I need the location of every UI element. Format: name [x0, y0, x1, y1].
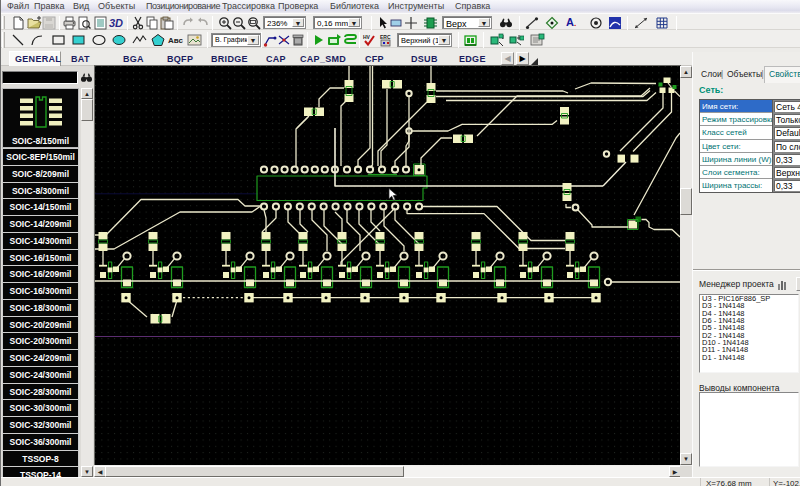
svg-text:HV: HV: [363, 34, 371, 40]
svg-text:ERC: ERC: [380, 34, 391, 40]
